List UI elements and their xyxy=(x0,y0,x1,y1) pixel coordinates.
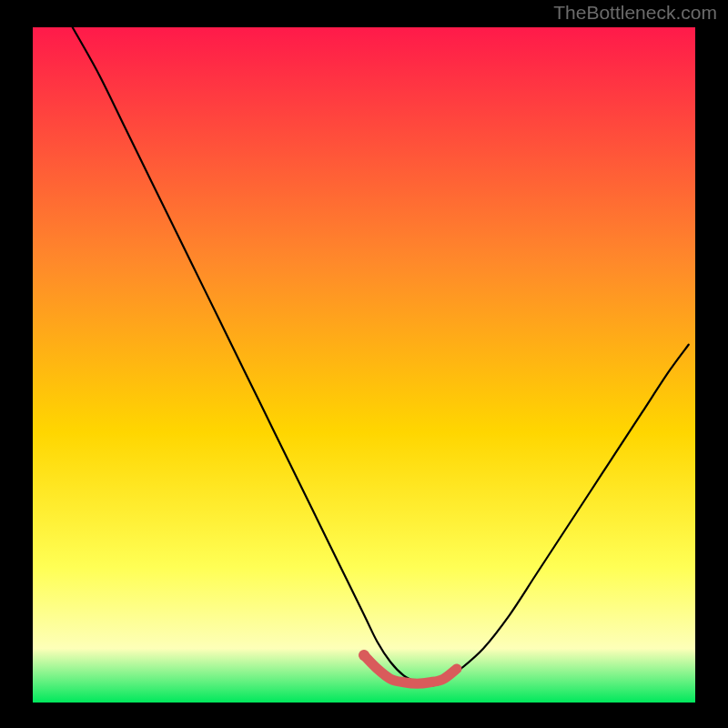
chart-canvas xyxy=(0,0,728,728)
watermark-text: TheBottleneck.com xyxy=(553,2,717,24)
minimum-marker-start-dot xyxy=(359,650,369,661)
gradient-background xyxy=(33,27,695,703)
chart-frame: TheBottleneck.com xyxy=(0,0,728,728)
